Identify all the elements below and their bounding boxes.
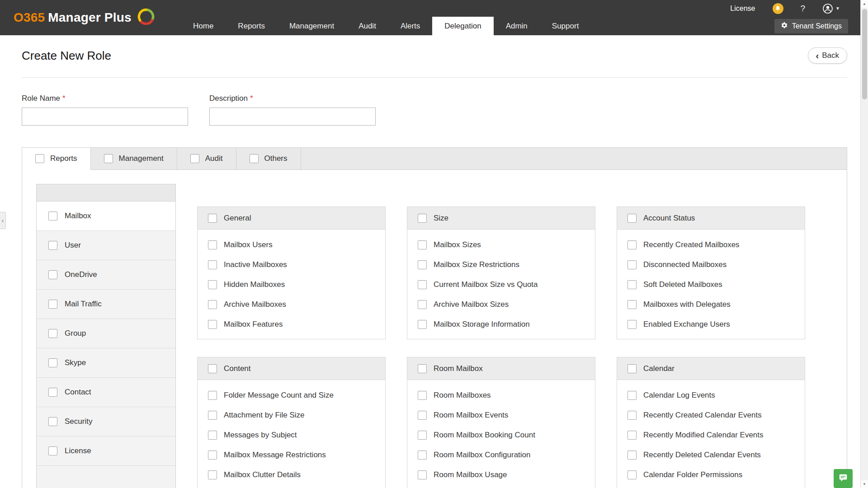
report-item[interactable]: Room Mailbox Usage xyxy=(407,465,595,485)
card-select-checkbox[interactable] xyxy=(627,214,637,223)
sidebar-item-security[interactable]: Security xyxy=(37,407,175,436)
report-item[interactable]: Mailbox Message Restrictions xyxy=(198,445,385,465)
report-item[interactable]: Mailboxes with Delegates xyxy=(617,295,805,314)
tab-reports[interactable]: Reports xyxy=(22,148,91,169)
license-link[interactable]: License xyxy=(730,5,755,13)
report-item-checkbox[interactable] xyxy=(627,431,637,440)
user-menu[interactable]: ▼ xyxy=(822,3,840,14)
sidebar-item-contact[interactable]: Contact xyxy=(37,378,175,407)
report-item[interactable]: Room Mailbox Events xyxy=(407,405,595,425)
card-header[interactable]: Size xyxy=(407,207,595,230)
report-item-checkbox[interactable] xyxy=(208,431,217,440)
report-item[interactable]: Current Mailbox Size vs Quota xyxy=(407,275,595,295)
scroll-down-icon[interactable]: ▼ xyxy=(861,480,868,488)
category-checkbox[interactable] xyxy=(48,417,57,426)
sidebar-item-user[interactable]: User xyxy=(37,231,175,260)
report-item-checkbox[interactable] xyxy=(418,411,427,420)
nav-audit[interactable]: Audit xyxy=(346,17,388,35)
report-item[interactable]: Mailbox Sizes xyxy=(407,235,595,255)
report-item-checkbox[interactable] xyxy=(418,470,427,479)
card-header[interactable]: Room Mailbox xyxy=(407,357,595,380)
tab-reports-checkbox[interactable] xyxy=(35,154,44,163)
report-item[interactable]: Room Mailbox Configuration xyxy=(407,445,595,465)
report-item-checkbox[interactable] xyxy=(627,240,637,249)
category-checkbox[interactable] xyxy=(48,300,57,309)
description-input[interactable] xyxy=(209,108,376,126)
card-header[interactable]: General xyxy=(198,207,385,230)
card-select-checkbox[interactable] xyxy=(208,214,217,223)
report-item[interactable]: Messages by Subject xyxy=(198,425,385,445)
report-item[interactable]: Room Mailbox Booking Count xyxy=(407,425,595,445)
report-item-checkbox[interactable] xyxy=(208,470,217,479)
report-item-checkbox[interactable] xyxy=(418,300,427,309)
sidebar-item-skype[interactable]: Skype xyxy=(37,348,175,378)
card-select-checkbox[interactable] xyxy=(627,364,637,373)
scroll-up-icon[interactable]: ▲ xyxy=(861,0,868,8)
report-item-checkbox[interactable] xyxy=(418,450,427,460)
report-item[interactable]: Recently Deleted Calendar Events xyxy=(617,445,805,465)
report-item[interactable]: Recently Created Calendar Events xyxy=(617,405,805,425)
app-logo[interactable]: O365Manager Plus xyxy=(0,0,163,35)
tab-others-checkbox[interactable] xyxy=(250,154,259,163)
category-checkbox[interactable] xyxy=(48,388,57,397)
report-item[interactable]: Folder Message Count and Size xyxy=(198,385,385,405)
sidebar-item-onedrive[interactable]: OneDrive xyxy=(37,260,175,290)
report-item-checkbox[interactable] xyxy=(208,320,217,329)
scrollbar[interactable]: ▲ ▼ xyxy=(860,0,868,488)
report-item[interactable]: Mailbox Size Restrictions xyxy=(407,255,595,275)
report-item[interactable]: Archive Mailbox Sizes xyxy=(407,295,595,314)
sidebar-item-mail-traffic[interactable]: Mail Traffic xyxy=(37,290,175,319)
report-item[interactable]: Soft Deleted Mailboxes xyxy=(617,275,805,295)
report-item-checkbox[interactable] xyxy=(627,411,637,420)
report-item[interactable]: Mailbox Clutter Details xyxy=(198,465,385,485)
sidebar-item-license[interactable]: License xyxy=(37,436,175,466)
tab-audit-checkbox[interactable] xyxy=(190,154,199,163)
report-item[interactable]: Enabled Exchange Users xyxy=(617,314,805,334)
card-select-checkbox[interactable] xyxy=(418,364,427,373)
card-select-checkbox[interactable] xyxy=(208,364,217,373)
report-item[interactable]: Disconnected Mailboxes xyxy=(617,255,805,275)
nav-management[interactable]: Management xyxy=(277,17,346,35)
report-item[interactable]: Mailbox Storage Information xyxy=(407,314,595,334)
report-item[interactable]: Mailbox Features xyxy=(198,314,385,334)
report-item[interactable]: Calendar Log Events xyxy=(617,385,805,405)
report-item[interactable]: Attachment by File Size xyxy=(198,405,385,425)
report-item-checkbox[interactable] xyxy=(208,280,217,289)
report-item[interactable]: Hidden Mailboxes xyxy=(198,275,385,295)
report-item-checkbox[interactable] xyxy=(627,260,637,269)
sidebar-collapse-handle[interactable]: ‹ xyxy=(0,212,6,229)
category-checkbox[interactable] xyxy=(48,270,57,279)
role-name-input[interactable] xyxy=(22,108,188,126)
report-item-checkbox[interactable] xyxy=(208,411,217,420)
report-item-checkbox[interactable] xyxy=(627,391,637,400)
report-item-checkbox[interactable] xyxy=(208,240,217,249)
report-item[interactable]: Recently Created Mailboxes xyxy=(617,235,805,255)
nav-home[interactable]: Home xyxy=(181,17,226,35)
report-item[interactable]: Inactive Mailboxes xyxy=(198,255,385,275)
report-item-checkbox[interactable] xyxy=(208,450,217,460)
report-item-checkbox[interactable] xyxy=(208,260,217,269)
scrollbar-thumb[interactable] xyxy=(862,9,867,99)
report-item-checkbox[interactable] xyxy=(627,470,637,479)
chat-button[interactable] xyxy=(834,469,853,488)
nav-reports[interactable]: Reports xyxy=(226,17,277,35)
report-item[interactable]: Archive Mailboxes xyxy=(198,295,385,314)
report-item-checkbox[interactable] xyxy=(627,300,637,309)
report-item[interactable]: Calendar Folder Permissions xyxy=(617,465,805,485)
card-header[interactable]: Account Status xyxy=(617,207,805,230)
report-item-checkbox[interactable] xyxy=(418,280,427,289)
category-checkbox[interactable] xyxy=(48,329,57,338)
report-item-checkbox[interactable] xyxy=(418,320,427,329)
category-checkbox[interactable] xyxy=(48,211,57,221)
report-item-checkbox[interactable] xyxy=(418,431,427,440)
report-item-checkbox[interactable] xyxy=(627,320,637,329)
nav-alerts[interactable]: Alerts xyxy=(388,17,432,35)
tab-others[interactable]: Others xyxy=(236,148,301,169)
notifications-icon[interactable] xyxy=(773,3,783,14)
report-item[interactable]: Mailbox Users xyxy=(198,235,385,255)
card-header[interactable]: Content xyxy=(198,357,385,380)
nav-support[interactable]: Support xyxy=(540,17,591,35)
report-item[interactable]: Room Mailboxes xyxy=(407,385,595,405)
report-item-checkbox[interactable] xyxy=(418,260,427,269)
report-item-checkbox[interactable] xyxy=(418,240,427,249)
